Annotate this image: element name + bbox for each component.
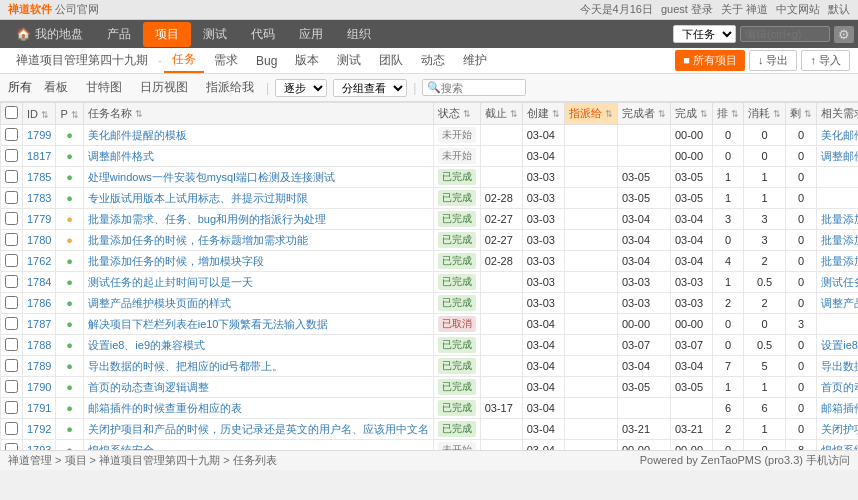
related-link[interactable]: 设置ie8、ie9的兼容模式 [821, 339, 858, 351]
row-id[interactable]: 1786 [23, 293, 56, 314]
row-id[interactable]: 1793 [23, 440, 56, 451]
row-checkbox-cell[interactable] [1, 188, 23, 209]
about-link[interactable]: 关于 禅道 [721, 2, 768, 17]
filter-assigned-to-me[interactable]: 指派给我 [200, 78, 260, 97]
task-name-link[interactable]: 解决项目下栏栏列表在ie10下频繁看无法输入数据 [88, 318, 329, 330]
th-sort[interactable]: 排 ⇅ [713, 103, 744, 125]
nav-code[interactable]: 代码 [239, 22, 287, 47]
sec-nav-req[interactable]: 需求 [206, 49, 246, 72]
row-id[interactable]: 1785 [23, 167, 56, 188]
th-complete[interactable]: 完成 ⇅ [670, 103, 712, 125]
row-checkbox[interactable] [5, 191, 18, 204]
task-select[interactable]: 下任务 [673, 25, 736, 43]
row-id[interactable]: 1787 [23, 314, 56, 335]
site-name[interactable]: 公司官网 [55, 3, 99, 15]
row-checkbox-cell[interactable] [1, 230, 23, 251]
task-name-link[interactable]: 首页的动态查询逻辑调整 [88, 381, 209, 393]
task-name-link[interactable]: 测试任务的起止封时间可以是一天 [88, 276, 253, 288]
row-related[interactable]: 导出数据的时候，把相应的id号都 [817, 356, 858, 377]
row-name[interactable]: 测试任务的起止封时间可以是一天 [83, 272, 433, 293]
row-checkbox-cell[interactable] [1, 356, 23, 377]
row-name[interactable]: 导出数据的时候、把相应的id号都带上。 [83, 356, 433, 377]
sec-nav-test[interactable]: 测试 [329, 49, 369, 72]
row-checkbox-cell[interactable] [1, 440, 23, 451]
row-id[interactable]: 1790 [23, 377, 56, 398]
related-link[interactable]: 煌煌系统安全 [821, 444, 858, 451]
related-link[interactable]: 导出数据的时候，把相应的id号都 [821, 360, 858, 372]
row-name[interactable]: 处理windows一件安装包mysql端口检测及连接测试 [83, 167, 433, 188]
row-name[interactable]: 批量添加需求、任务、bug和用例的指派行为处理 [83, 209, 433, 230]
filter-gantt[interactable]: 甘特图 [80, 78, 128, 97]
nav-test[interactable]: 测试 [191, 22, 239, 47]
row-checkbox[interactable] [5, 149, 18, 162]
task-name-link[interactable]: 批量添加需求、任务、bug和用例的指派行为处理 [88, 213, 326, 225]
th-consumed[interactable]: 消耗 ⇅ [744, 103, 786, 125]
row-related[interactable]: 调整邮件格式 [817, 146, 858, 167]
row-checkbox[interactable] [5, 212, 18, 225]
row-id[interactable]: 1783 [23, 188, 56, 209]
row-id[interactable]: 1788 [23, 335, 56, 356]
row-related[interactable]: 关闭护项目和产品的时候，历史记 [817, 419, 858, 440]
row-checkbox-cell[interactable] [1, 398, 23, 419]
th-status[interactable]: 状态 ⇅ [433, 103, 480, 125]
sec-nav-project-name[interactable]: 禅道项目管理第四十九期 [8, 49, 156, 72]
row-name[interactable]: 设置ie8、ie9的兼容模式 [83, 335, 433, 356]
nav-my-desk[interactable]: 🏠 我的地盘 [4, 22, 95, 47]
related-link[interactable]: 测试任务的起止封时间可以是一天 [821, 276, 858, 288]
row-checkbox[interactable] [5, 401, 18, 414]
row-checkbox[interactable] [5, 170, 18, 183]
row-checkbox[interactable] [5, 317, 18, 330]
search-input[interactable] [441, 82, 521, 94]
row-checkbox[interactable] [5, 296, 18, 309]
lang-link[interactable]: 中文网站 [776, 2, 820, 17]
nav-project[interactable]: 项目 [143, 22, 191, 47]
nav-app[interactable]: 应用 [287, 22, 335, 47]
related-link[interactable]: 首页的动态查询逻辑调整 [821, 381, 858, 393]
row-name[interactable]: 解决项目下栏栏列表在ie10下频繁看无法输入数据 [83, 314, 433, 335]
row-checkbox-cell[interactable] [1, 272, 23, 293]
row-checkbox[interactable] [5, 380, 18, 393]
row-related[interactable]: 批量添加需求、任务、bug和用例 [817, 209, 858, 230]
row-name[interactable]: 批量添加任务的时候，增加模块字段 [83, 251, 433, 272]
export-btn[interactable]: ↓ 导出 [749, 50, 798, 71]
task-name-link[interactable]: 设置ie8、ie9的兼容模式 [88, 339, 205, 351]
row-checkbox-cell[interactable] [1, 251, 23, 272]
nav-product[interactable]: 产品 [95, 22, 143, 47]
row-name[interactable]: 调整邮件格式 [83, 146, 433, 167]
group-select[interactable]: 分组查看 [333, 79, 407, 97]
task-name-link[interactable]: 处理windows一件安装包mysql端口检测及连接测试 [88, 171, 335, 183]
task-name-link[interactable]: 调整产品维护模块页面的样式 [88, 297, 231, 309]
row-related[interactable]: 美化邮件提醒的模板 [817, 125, 858, 146]
sec-nav-version[interactable]: 版本 [287, 49, 327, 72]
task-name-link[interactable]: 导出数据的时候、把相应的id号都带上。 [88, 360, 284, 372]
row-name[interactable]: 调整产品维护模块页面的样式 [83, 293, 433, 314]
related-link[interactable]: 批量添加任务的时候、任务标题增 [821, 234, 858, 246]
sec-nav-task[interactable]: 任务 [164, 48, 204, 73]
th-due[interactable]: 截止 ⇅ [480, 103, 522, 125]
th-left[interactable]: 剩 ⇅ [786, 103, 817, 125]
task-name-link[interactable]: 美化邮件提醒的模板 [88, 129, 187, 141]
th-assigned[interactable]: 指派给 ⇅ [564, 103, 617, 125]
row-id[interactable]: 1762 [23, 251, 56, 272]
theme-link[interactable]: 默认 [828, 2, 850, 17]
related-link[interactable]: 调整邮件格式 [821, 150, 858, 162]
row-related[interactable]: 批量添加任务的时候、任务标题增 [817, 230, 858, 251]
row-checkbox-cell[interactable] [1, 377, 23, 398]
task-name-link[interactable]: 关闭护项目和产品的时候，历史记录还是英文的用户名、应该用中文名 [88, 423, 429, 435]
row-related[interactable]: 煌煌系统安全 [817, 440, 858, 451]
row-checkbox[interactable] [5, 443, 18, 451]
row-id[interactable]: 1799 [23, 125, 56, 146]
row-related[interactable] [817, 314, 858, 335]
row-name[interactable]: 煌煌系统安全 [83, 440, 433, 451]
row-name[interactable]: 美化邮件提醒的模板 [83, 125, 433, 146]
row-checkbox-cell[interactable] [1, 125, 23, 146]
row-id[interactable]: 1789 [23, 356, 56, 377]
th-pri[interactable]: P ⇅ [56, 103, 83, 125]
global-search-input[interactable] [740, 26, 830, 42]
row-name[interactable]: 专业版试用版本上试用标志、并提示过期时限 [83, 188, 433, 209]
row-related[interactable]: 调整产品维护模块页面的样式 [817, 293, 858, 314]
sec-nav-bug[interactable]: Bug [248, 51, 285, 71]
related-link[interactable]: 关闭护项目和产品的时候，历史记 [821, 423, 858, 435]
row-related[interactable]: 邮箱插件的时候查重份相应的表 [817, 398, 858, 419]
row-checkbox[interactable] [5, 338, 18, 351]
